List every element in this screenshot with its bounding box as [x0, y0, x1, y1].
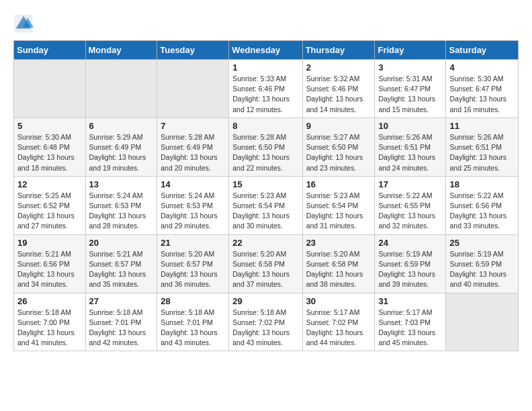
day-info: Sunrise: 5:22 AM Sunset: 6:56 PM Dayligh…	[449, 191, 515, 232]
day-number: 29	[232, 296, 298, 306]
page-header	[13, 13, 519, 34]
day-info: Sunrise: 5:27 AM Sunset: 6:50 PM Dayligh…	[306, 132, 371, 173]
calendar-cell	[85, 60, 157, 118]
calendar-cell: 17Sunrise: 5:22 AM Sunset: 6:55 PM Dayli…	[375, 176, 446, 234]
calendar-cell: 11Sunrise: 5:26 AM Sunset: 6:51 PM Dayli…	[446, 118, 519, 176]
calendar-cell	[14, 60, 86, 118]
day-info: Sunrise: 5:24 AM Sunset: 6:53 PM Dayligh…	[89, 191, 154, 232]
day-number: 12	[17, 179, 82, 189]
day-number: 7	[161, 121, 225, 131]
day-number: 20	[89, 238, 154, 248]
day-number: 24	[378, 238, 442, 248]
day-info: Sunrise: 5:33 AM Sunset: 6:46 PM Dayligh…	[232, 74, 298, 115]
day-info: Sunrise: 5:18 AM Sunset: 7:01 PM Dayligh…	[161, 308, 225, 349]
day-info: Sunrise: 5:30 AM Sunset: 6:48 PM Dayligh…	[17, 132, 82, 173]
calendar-cell: 5Sunrise: 5:30 AM Sunset: 6:48 PM Daylig…	[14, 118, 86, 176]
calendar-cell: 20Sunrise: 5:21 AM Sunset: 6:57 PM Dayli…	[85, 234, 157, 293]
day-number: 30	[306, 296, 371, 306]
day-info: Sunrise: 5:19 AM Sunset: 6:59 PM Dayligh…	[449, 249, 515, 290]
day-info: Sunrise: 5:24 AM Sunset: 6:53 PM Dayligh…	[161, 191, 225, 232]
calendar-table: SundayMondayTuesdayWednesdayThursdayFrid…	[13, 40, 519, 351]
day-number: 31	[378, 296, 442, 306]
calendar-cell: 15Sunrise: 5:23 AM Sunset: 6:54 PM Dayli…	[229, 176, 302, 234]
day-info: Sunrise: 5:19 AM Sunset: 6:59 PM Dayligh…	[378, 249, 442, 290]
calendar-cell: 16Sunrise: 5:23 AM Sunset: 6:54 PM Dayli…	[302, 176, 375, 234]
day-number: 13	[89, 179, 154, 189]
calendar-cell: 25Sunrise: 5:19 AM Sunset: 6:59 PM Dayli…	[446, 234, 519, 293]
day-info: Sunrise: 5:23 AM Sunset: 6:54 PM Dayligh…	[232, 191, 298, 232]
day-number: 15	[232, 179, 298, 189]
day-info: Sunrise: 5:21 AM Sunset: 6:57 PM Dayligh…	[89, 249, 154, 290]
day-number: 17	[378, 179, 442, 189]
calendar-cell	[157, 60, 229, 118]
day-info: Sunrise: 5:17 AM Sunset: 7:02 PM Dayligh…	[306, 308, 371, 349]
calendar-cell: 2Sunrise: 5:32 AM Sunset: 6:46 PM Daylig…	[302, 60, 375, 118]
day-number: 27	[89, 296, 154, 306]
day-number: 8	[232, 121, 298, 131]
calendar-cell: 10Sunrise: 5:26 AM Sunset: 6:51 PM Dayli…	[375, 118, 446, 176]
calendar-cell: 24Sunrise: 5:19 AM Sunset: 6:59 PM Dayli…	[375, 234, 446, 293]
day-number: 25	[449, 238, 515, 248]
weekday-header-saturday: Saturday	[446, 41, 519, 60]
calendar-cell: 18Sunrise: 5:22 AM Sunset: 6:56 PM Dayli…	[446, 176, 519, 234]
day-info: Sunrise: 5:18 AM Sunset: 7:02 PM Dayligh…	[232, 308, 298, 349]
logo	[13, 13, 35, 34]
day-info: Sunrise: 5:23 AM Sunset: 6:54 PM Dayligh…	[306, 191, 371, 232]
day-number: 14	[161, 179, 225, 189]
day-info: Sunrise: 5:31 AM Sunset: 6:47 PM Dayligh…	[378, 74, 442, 115]
calendar-cell: 22Sunrise: 5:20 AM Sunset: 6:58 PM Dayli…	[229, 234, 302, 293]
day-info: Sunrise: 5:20 AM Sunset: 6:58 PM Dayligh…	[232, 249, 298, 290]
day-number: 3	[378, 62, 442, 73]
day-number: 4	[449, 62, 515, 73]
day-number: 23	[306, 238, 371, 248]
day-info: Sunrise: 5:25 AM Sunset: 6:52 PM Dayligh…	[17, 191, 82, 232]
calendar-cell: 14Sunrise: 5:24 AM Sunset: 6:53 PM Dayli…	[157, 176, 229, 234]
weekday-header-sunday: Sunday	[14, 41, 86, 60]
day-info: Sunrise: 5:17 AM Sunset: 7:03 PM Dayligh…	[378, 308, 442, 349]
day-info: Sunrise: 5:30 AM Sunset: 6:47 PM Dayligh…	[449, 74, 515, 115]
calendar-cell: 19Sunrise: 5:21 AM Sunset: 6:56 PM Dayli…	[14, 234, 86, 293]
day-number: 28	[161, 296, 225, 306]
calendar-cell: 9Sunrise: 5:27 AM Sunset: 6:50 PM Daylig…	[302, 118, 375, 176]
day-number: 21	[161, 238, 225, 248]
calendar-cell: 13Sunrise: 5:24 AM Sunset: 6:53 PM Dayli…	[85, 176, 157, 234]
day-number: 1	[232, 62, 298, 73]
day-number: 11	[449, 121, 515, 131]
calendar-cell: 1Sunrise: 5:33 AM Sunset: 6:46 PM Daylig…	[229, 60, 302, 118]
calendar-cell: 30Sunrise: 5:17 AM Sunset: 7:02 PM Dayli…	[302, 293, 375, 351]
day-number: 2	[306, 62, 371, 73]
day-info: Sunrise: 5:22 AM Sunset: 6:55 PM Dayligh…	[378, 191, 442, 232]
day-info: Sunrise: 5:26 AM Sunset: 6:51 PM Dayligh…	[378, 132, 442, 173]
calendar-cell: 26Sunrise: 5:18 AM Sunset: 7:00 PM Dayli…	[14, 293, 86, 351]
calendar-cell	[446, 293, 519, 351]
weekday-header-monday: Monday	[85, 41, 157, 60]
calendar-cell: 28Sunrise: 5:18 AM Sunset: 7:01 PM Dayli…	[157, 293, 229, 351]
logo-icon	[13, 13, 34, 34]
weekday-header-tuesday: Tuesday	[157, 41, 229, 60]
day-info: Sunrise: 5:20 AM Sunset: 6:58 PM Dayligh…	[306, 249, 371, 290]
day-info: Sunrise: 5:29 AM Sunset: 6:49 PM Dayligh…	[89, 132, 154, 173]
day-info: Sunrise: 5:18 AM Sunset: 7:00 PM Dayligh…	[17, 308, 82, 349]
calendar-cell: 7Sunrise: 5:28 AM Sunset: 6:49 PM Daylig…	[157, 118, 229, 176]
weekday-header-thursday: Thursday	[302, 41, 375, 60]
day-number: 22	[232, 238, 298, 248]
calendar-cell: 31Sunrise: 5:17 AM Sunset: 7:03 PM Dayli…	[375, 293, 446, 351]
day-number: 18	[449, 179, 515, 189]
day-info: Sunrise: 5:18 AM Sunset: 7:01 PM Dayligh…	[89, 308, 154, 349]
day-number: 26	[17, 296, 82, 306]
calendar-cell: 21Sunrise: 5:20 AM Sunset: 6:57 PM Dayli…	[157, 234, 229, 293]
day-info: Sunrise: 5:26 AM Sunset: 6:51 PM Dayligh…	[449, 132, 515, 173]
calendar-cell: 29Sunrise: 5:18 AM Sunset: 7:02 PM Dayli…	[229, 293, 302, 351]
day-number: 6	[89, 121, 154, 131]
calendar-cell: 3Sunrise: 5:31 AM Sunset: 6:47 PM Daylig…	[375, 60, 446, 118]
day-number: 9	[306, 121, 371, 131]
day-info: Sunrise: 5:32 AM Sunset: 6:46 PM Dayligh…	[306, 74, 371, 115]
day-info: Sunrise: 5:28 AM Sunset: 6:49 PM Dayligh…	[161, 132, 225, 173]
calendar-cell: 27Sunrise: 5:18 AM Sunset: 7:01 PM Dayli…	[85, 293, 157, 351]
day-number: 16	[306, 179, 371, 189]
calendar-cell: 4Sunrise: 5:30 AM Sunset: 6:47 PM Daylig…	[446, 60, 519, 118]
calendar-cell: 12Sunrise: 5:25 AM Sunset: 6:52 PM Dayli…	[14, 176, 86, 234]
day-number: 5	[17, 121, 82, 131]
calendar-cell: 6Sunrise: 5:29 AM Sunset: 6:49 PM Daylig…	[85, 118, 157, 176]
day-info: Sunrise: 5:28 AM Sunset: 6:50 PM Dayligh…	[232, 132, 298, 173]
